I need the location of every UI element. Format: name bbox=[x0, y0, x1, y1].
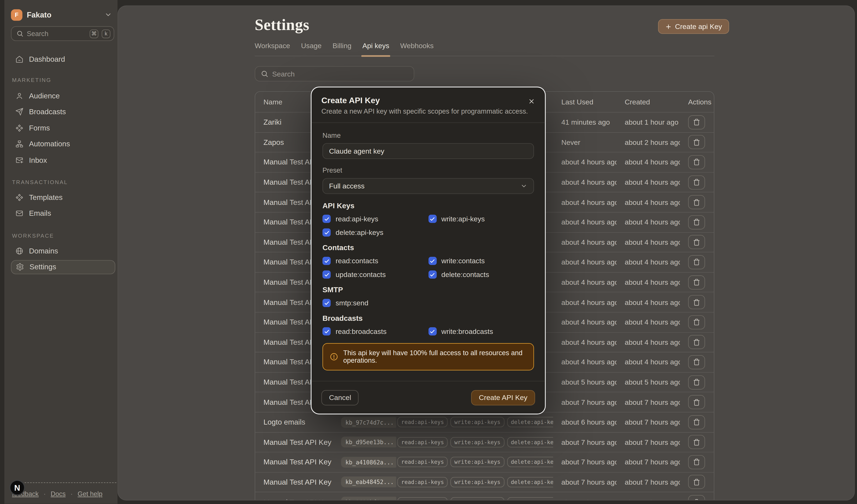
full-access-warning: This api key will have 100% full access … bbox=[322, 343, 534, 370]
last-used-cell: about 7 hours ago bbox=[553, 398, 617, 406]
tab-usage[interactable]: Usage bbox=[301, 41, 321, 56]
delete-key-button[interactable] bbox=[688, 175, 705, 189]
last-used-cell: about 4 hours ago bbox=[553, 358, 617, 366]
checkbox-checked-icon bbox=[428, 257, 436, 265]
checkbox-write-broadcasts[interactable]: write:broadcasts bbox=[428, 327, 534, 335]
sidebar-item-templates[interactable]: Templates bbox=[11, 190, 115, 204]
sidebar-item-forms[interactable]: Forms bbox=[11, 121, 115, 135]
cancel-button[interactable]: Cancel bbox=[321, 390, 359, 405]
nextjs-dev-badge[interactable]: N bbox=[10, 480, 25, 496]
close-icon[interactable] bbox=[525, 95, 537, 107]
delete-key-button[interactable] bbox=[688, 235, 705, 249]
created-cell: about 8 hours ago bbox=[617, 498, 680, 501]
api-key-name: Manual Test API Key bbox=[255, 478, 333, 486]
delete-key-button[interactable] bbox=[688, 355, 705, 369]
delete-key-button[interactable] bbox=[688, 415, 705, 429]
created-cell: about 4 hours ago bbox=[617, 358, 680, 366]
scope-chip: delete:api-keys bbox=[507, 417, 553, 427]
mail-arrow-icon bbox=[15, 156, 23, 164]
last-used-cell: about 4 hours ago bbox=[553, 338, 617, 346]
delete-key-button[interactable] bbox=[688, 275, 705, 289]
user-icon bbox=[15, 91, 23, 100]
dialog-title: Create API Key bbox=[321, 96, 535, 105]
api-keys-search-input[interactable] bbox=[272, 70, 408, 78]
tab-api-keys[interactable]: Api keys bbox=[363, 41, 389, 56]
workspace-switcher[interactable]: F Fakato bbox=[11, 8, 112, 22]
checkbox-read-api-keys[interactable]: read:api-keys bbox=[322, 215, 428, 223]
table-row: Manual Test API Keykb_a410862a...read:ap… bbox=[255, 452, 714, 472]
column-created: Created bbox=[617, 98, 680, 106]
last-used-cell: Never bbox=[553, 138, 617, 146]
delete-key-button[interactable] bbox=[688, 255, 705, 269]
delete-key-button[interactable] bbox=[688, 295, 705, 309]
api-key-name-input[interactable] bbox=[322, 143, 534, 159]
last-used-cell: about 6 hours ago bbox=[553, 418, 617, 426]
delete-key-button[interactable] bbox=[688, 115, 705, 129]
sidebar-item-inbox[interactable]: Inbox bbox=[11, 153, 115, 167]
api-key-name: Manual Test API Key bbox=[255, 498, 333, 501]
sidebar-item-audience[interactable]: Audience bbox=[11, 89, 115, 103]
delete-key-button[interactable] bbox=[688, 455, 705, 469]
delete-key-button[interactable] bbox=[688, 335, 705, 349]
section-label-workspace: WORKSPACE bbox=[12, 233, 54, 239]
group-heading-contacts: Contacts bbox=[322, 244, 534, 252]
last-used-cell: about 4 hours ago bbox=[553, 218, 617, 226]
sidebar-item-broadcasts[interactable]: Broadcasts bbox=[11, 105, 115, 119]
k-key-chip: k bbox=[102, 29, 111, 38]
get-help-link[interactable]: Get help bbox=[78, 490, 102, 498]
sidebar-item-domains[interactable]: Domains bbox=[11, 244, 115, 258]
section-label-transactional: TRANSACTIONAL bbox=[12, 179, 68, 185]
checkbox-write-api-keys[interactable]: write:api-keys bbox=[428, 215, 534, 223]
column-last-used: Last Used bbox=[553, 98, 617, 106]
delete-key-button[interactable] bbox=[688, 315, 705, 329]
docs-link[interactable]: Docs bbox=[51, 490, 66, 498]
dialog-body: Name Preset Full access API Keys read:ap… bbox=[312, 123, 545, 370]
created-cell: about 7 hours ago bbox=[617, 438, 680, 446]
created-cell: about 4 hours ago bbox=[617, 318, 680, 326]
workflow-icon bbox=[15, 140, 23, 148]
tab-webhooks[interactable]: Webhooks bbox=[400, 41, 434, 56]
group-heading-smtp: SMTP bbox=[322, 286, 534, 294]
sidebar-item-label: Emails bbox=[29, 209, 51, 218]
tab-workspace[interactable]: Workspace bbox=[255, 41, 290, 56]
last-used-cell: 41 minutes ago bbox=[553, 118, 617, 126]
checkbox-delete-contacts[interactable]: delete:contacts bbox=[428, 270, 534, 278]
checkbox-delete-api-keys[interactable]: delete:api-keys bbox=[322, 228, 428, 237]
checkbox-read-contacts[interactable]: read:contacts bbox=[322, 257, 428, 265]
gear-icon bbox=[16, 263, 24, 271]
shapes-icon bbox=[15, 193, 23, 201]
scope-chip: read:api-keys bbox=[398, 417, 448, 427]
preset-select[interactable]: Full access bbox=[322, 178, 534, 194]
sidebar-item-emails[interactable]: Emails bbox=[11, 206, 115, 220]
create-api-key-submit-button[interactable]: Create API Key bbox=[471, 390, 535, 405]
api-keys-search[interactable] bbox=[255, 66, 414, 81]
delete-key-button[interactable] bbox=[688, 495, 705, 501]
delete-key-button[interactable] bbox=[688, 395, 705, 409]
checkbox-read-broadcasts[interactable]: read:broadcasts bbox=[322, 327, 428, 335]
checkbox-write-contacts[interactable]: write:contacts bbox=[428, 257, 534, 265]
delete-key-button[interactable] bbox=[688, 435, 705, 449]
delete-key-button[interactable] bbox=[688, 195, 705, 209]
last-used-cell: about 4 hours ago bbox=[553, 258, 617, 266]
checkbox-smtp-send[interactable]: smtp:send bbox=[322, 299, 428, 307]
created-cell: about 4 hours ago bbox=[617, 278, 680, 286]
delete-key-button[interactable] bbox=[688, 135, 705, 149]
sidebar-search-input[interactable] bbox=[27, 30, 86, 37]
api-key-name: Logto emails bbox=[255, 418, 333, 426]
sidebar-item-automations[interactable]: Automations bbox=[11, 137, 115, 151]
delete-key-button[interactable] bbox=[688, 475, 705, 489]
delete-key-button[interactable] bbox=[688, 155, 705, 169]
sidebar-item-settings[interactable]: Settings bbox=[11, 260, 115, 274]
sidebar-footer-links: feedback · Docs · Get help bbox=[12, 490, 116, 498]
delete-key-button[interactable] bbox=[688, 375, 705, 389]
sidebar-item-label: Settings bbox=[30, 263, 56, 271]
sidebar-item-label: Inbox bbox=[29, 156, 47, 164]
sidebar-item-dashboard[interactable]: Dashboard bbox=[11, 52, 115, 66]
checkbox-checked-icon bbox=[322, 228, 331, 237]
search-icon bbox=[261, 70, 268, 78]
delete-key-button[interactable] bbox=[688, 215, 705, 229]
checkbox-update-contacts[interactable]: update:contacts bbox=[322, 270, 428, 278]
sidebar-search[interactable]: ⌘ k bbox=[11, 26, 114, 41]
tab-billing[interactable]: Billing bbox=[333, 41, 352, 56]
shapes-icon bbox=[15, 124, 23, 132]
